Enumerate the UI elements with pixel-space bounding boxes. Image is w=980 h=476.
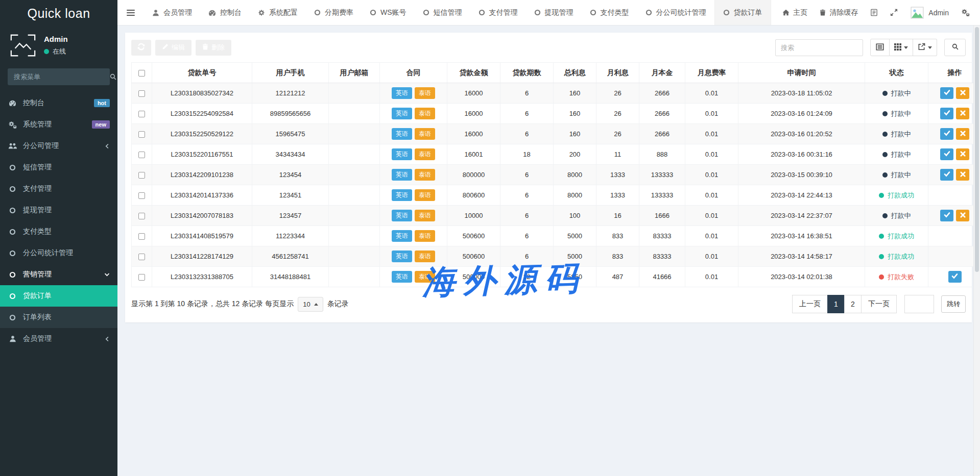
prev-page-button[interactable]: 上一页 [792, 295, 828, 313]
page-size-select[interactable]: 10 [298, 297, 323, 312]
delete-button[interactable]: 删除 [196, 40, 231, 56]
approve-button[interactable] [940, 128, 953, 140]
nav-tab-label: 控制台 [220, 8, 242, 17]
nav-tab-sms[interactable]: 短信管理 [415, 0, 470, 25]
reject-button[interactable] [956, 210, 969, 221]
row-checkbox[interactable] [138, 152, 145, 158]
columns-button[interactable] [890, 39, 913, 56]
contract-english-badge[interactable]: 英语 [392, 210, 412, 221]
sidebar-item-console[interactable]: 控制台 hot [0, 92, 117, 114]
row-checkbox[interactable] [138, 233, 145, 240]
approve-button[interactable] [940, 148, 953, 160]
contract-english-badge[interactable]: 英语 [392, 271, 412, 283]
reject-button[interactable] [956, 87, 969, 99]
search-icon[interactable] [110, 73, 116, 80]
row-checkbox[interactable] [138, 254, 145, 260]
cell-email [329, 165, 380, 185]
row-checkbox[interactable] [138, 213, 145, 219]
contract-thai-badge[interactable]: 泰语 [415, 230, 435, 242]
contract-thai-badge[interactable]: 泰语 [415, 128, 435, 140]
contract-english-badge[interactable]: 英语 [392, 230, 412, 242]
sidebar-item-payment[interactable]: 支付管理 [0, 178, 117, 199]
row-checkbox[interactable] [138, 192, 145, 199]
clear-cache-link[interactable]: 清除缓存 [820, 8, 858, 17]
sidebar-item-branch[interactable]: 分公司管理 [0, 135, 117, 157]
edit-button[interactable]: 编辑 [155, 40, 192, 56]
select-all-checkbox[interactable] [138, 70, 145, 77]
fullscreen-icon[interactable] [890, 9, 898, 16]
nav-tab-loan-orders[interactable]: 贷款订单 [714, 0, 771, 25]
reject-button[interactable] [956, 148, 969, 160]
contract-thai-badge[interactable]: 泰语 [415, 148, 435, 160]
sidebar-item-withdraw[interactable]: 提现管理 [0, 199, 117, 221]
table-search-button[interactable] [944, 39, 966, 56]
contract-thai-badge[interactable]: 泰语 [415, 189, 435, 201]
nav-tab-payment-type[interactable]: 支付类型 [582, 0, 637, 25]
user-status-label: 在线 [53, 47, 66, 56]
trash-icon [202, 43, 208, 52]
nav-tab-withdraw[interactable]: 提现管理 [526, 0, 582, 25]
contract-thai-badge[interactable]: 泰语 [415, 250, 435, 262]
sidebar-item-loan-orders[interactable]: 贷款订单 [0, 285, 117, 307]
sidebar-search-input[interactable] [8, 73, 110, 81]
sidebar-item-members[interactable]: 会员管理 [0, 328, 117, 349]
check-icon [944, 171, 950, 179]
contract-english-badge[interactable]: 英语 [392, 169, 412, 181]
sidebar-item-label: 短信管理 [23, 163, 52, 172]
export-button[interactable] [913, 39, 937, 56]
approve-button[interactable] [940, 108, 953, 119]
nav-tab-console[interactable]: 控制台 [200, 0, 250, 25]
settings-gears-icon[interactable] [961, 9, 970, 16]
language-icon[interactable] [870, 9, 878, 16]
home-link[interactable]: 主页 [782, 8, 807, 17]
approve-button[interactable] [940, 87, 953, 99]
contract-english-badge[interactable]: 英语 [392, 87, 412, 99]
refresh-button[interactable] [131, 40, 151, 56]
detail-view-button[interactable] [870, 39, 890, 56]
nav-tab-ws-account[interactable]: WS账号 [362, 0, 415, 25]
sidebar-item-payment-type[interactable]: 支付类型 [0, 221, 117, 242]
contract-english-badge[interactable]: 英语 [392, 108, 412, 119]
page-jump-input[interactable] [904, 295, 934, 313]
sidebar-item-system[interactable]: 系统管理 new [0, 114, 117, 135]
contract-thai-badge[interactable]: 泰语 [415, 108, 435, 119]
row-checkbox[interactable] [138, 274, 145, 281]
contract-english-badge[interactable]: 英语 [392, 250, 412, 262]
row-checkbox[interactable] [138, 111, 145, 117]
row-checkbox[interactable] [138, 131, 145, 138]
sidebar-item-branch-stats[interactable]: 分公司统计管理 [0, 242, 117, 264]
row-checkbox[interactable] [138, 90, 145, 97]
reject-button[interactable] [956, 128, 969, 140]
user-menu[interactable]: Admin [910, 6, 949, 19]
sidebar-item-marketing[interactable]: 营销管理 [0, 264, 117, 285]
contract-thai-badge[interactable]: 泰语 [415, 87, 435, 99]
contract-english-badge[interactable]: 英语 [392, 148, 412, 160]
page-button-1[interactable]: 1 [827, 295, 845, 313]
nav-tab-installment[interactable]: 分期费率 [306, 0, 362, 25]
reject-button[interactable] [956, 169, 969, 181]
sidebar-item-order-list[interactable]: 订单列表 [0, 307, 117, 328]
vertical-scrollbar[interactable] [973, 26, 980, 476]
sidebar-toggle-button[interactable] [117, 0, 144, 25]
nav-tab-branch-stats[interactable]: 分公司统计管理 [637, 0, 714, 25]
contract-english-badge[interactable]: 英语 [392, 128, 412, 140]
nav-tab-members[interactable]: 会员管理 [144, 0, 200, 25]
reject-button[interactable] [956, 108, 969, 119]
row-checkbox[interactable] [138, 172, 145, 179]
contract-thai-badge[interactable]: 泰语 [415, 169, 435, 181]
contract-thai-badge[interactable]: 泰语 [415, 210, 435, 221]
nav-tab-system-config[interactable]: 系统配置 [250, 0, 306, 25]
nav-tab-payment[interactable]: 支付管理 [470, 0, 526, 25]
approve-button[interactable] [948, 271, 962, 283]
scrollbar-thumb[interactable] [975, 27, 979, 272]
contract-english-badge[interactable]: 英语 [392, 189, 412, 201]
cell-apply-time: 2023-03-14 02:01:38 [738, 267, 865, 287]
approve-button[interactable] [940, 169, 953, 181]
contract-thai-badge[interactable]: 泰语 [415, 271, 435, 283]
page-button-2[interactable]: 2 [844, 295, 862, 313]
sidebar-item-sms[interactable]: 短信管理 [0, 157, 117, 178]
next-page-button[interactable]: 下一页 [861, 295, 897, 313]
table-search-input[interactable] [775, 39, 863, 56]
approve-button[interactable] [940, 210, 953, 221]
page-jump-button[interactable]: 跳转 [941, 295, 966, 313]
